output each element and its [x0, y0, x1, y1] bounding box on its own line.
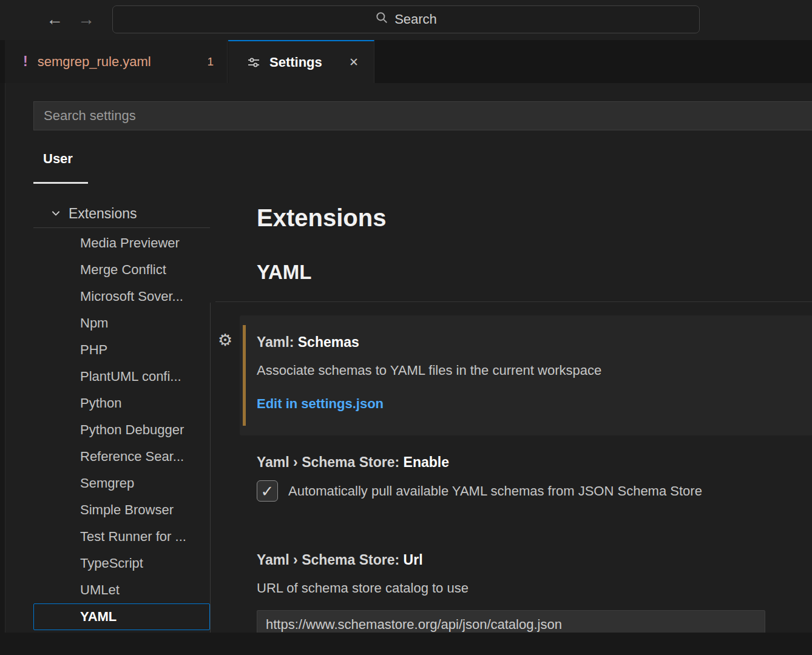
toc-content-divider	[210, 303, 211, 633]
settings-sliders-icon	[246, 55, 261, 70]
problem-icon: !	[23, 53, 28, 70]
tab-user-scope[interactable]: User	[43, 151, 73, 167]
gear-icon[interactable]: ⚙	[218, 331, 232, 349]
toc-item[interactable]: Semgrep	[33, 470, 210, 497]
setting-title-schema-store-url: Yaml › Schema Store: Url	[257, 552, 423, 568]
tab-strip: ! semgrep_rule.yaml 1 Settings ✕	[0, 40, 812, 83]
tab-file-label: semgrep_rule.yaml	[38, 54, 151, 70]
setting-name: Url	[404, 552, 423, 568]
toc-item[interactable]: PHP	[33, 337, 210, 363]
settings-editor: User Extensions Media Previewer Merge Co…	[5, 83, 812, 633]
search-label: Search	[394, 12, 437, 27]
vscode-window: ← → Search ! semgrep_rule.yaml 1 Setting…	[0, 0, 812, 655]
checkmark-icon: ✓	[261, 482, 274, 500]
chevron-down-icon	[33, 206, 69, 222]
toc-item[interactable]: Simple Browser	[33, 497, 210, 523]
toc-item[interactable]: Python Debugger	[33, 417, 210, 443]
setting-category: Yaml:	[257, 334, 298, 350]
tab-file-badge: 1	[198, 55, 214, 69]
section-heading: YAML	[257, 261, 311, 284]
modified-setting-indicator	[243, 325, 246, 426]
content-heading: Extensions	[257, 204, 386, 232]
tab-settings-label: Settings	[269, 55, 322, 70]
toc-item[interactable]: Reference Sear...	[33, 443, 210, 470]
settings-search-input[interactable]	[33, 101, 812, 130]
toc-item[interactable]: TypeScript	[33, 550, 210, 577]
toc-item[interactable]: UMLet	[33, 577, 210, 603]
tab-semgrep-rule-yaml[interactable]: ! semgrep_rule.yaml 1	[5, 40, 228, 83]
schema-store-enable-checkbox[interactable]: ✓	[257, 480, 278, 502]
setting-category: Yaml › Schema Store:	[257, 454, 404, 470]
toc-item[interactable]: Microsoft Sover...	[33, 283, 210, 310]
setting-name: Schemas	[298, 334, 359, 350]
toc-item[interactable]: Test Runner for ...	[33, 523, 210, 550]
tab-settings[interactable]: Settings ✕	[228, 40, 374, 83]
checkbox-label: Automatically pull available YAML schema…	[288, 483, 702, 499]
search-icon	[375, 11, 388, 28]
titlebar: ← → Search	[0, 0, 812, 40]
setting-category: Yaml › Schema Store:	[257, 552, 404, 568]
setting-desc-schema-store-url: URL of schema store catalog to use	[257, 580, 469, 596]
toc-item[interactable]: PlantUML confi...	[33, 363, 210, 390]
toc-item[interactable]: Npm	[33, 310, 210, 337]
scope-tab-underline	[33, 182, 88, 184]
setting-desc-schemas: Associate schemas to YAML files in the c…	[257, 363, 601, 378]
setting-title-schema-store-enable: Yaml › Schema Store: Enable	[257, 454, 449, 471]
forward-icon[interactable]: →	[75, 8, 97, 30]
toc-item[interactable]: Merge Conflict	[33, 257, 210, 283]
toc-list: Media Previewer Merge Conflict Microsoft…	[33, 230, 210, 630]
setting-name: Enable	[404, 454, 449, 470]
edit-in-settings-json-link[interactable]: Edit in settings.json	[257, 396, 384, 412]
toc-root-label: Extensions	[69, 206, 137, 222]
setting-title-schemas: Yaml: Schemas	[257, 334, 359, 351]
back-icon[interactable]: ←	[44, 8, 66, 30]
toc-extensions-root[interactable]: Extensions	[33, 200, 210, 228]
toc-item[interactable]: Media Previewer	[33, 230, 210, 257]
header-divider	[215, 301, 812, 302]
command-center-search[interactable]: Search	[112, 5, 700, 33]
schema-store-url-input[interactable]	[257, 610, 765, 633]
toc-item[interactable]: Python	[33, 390, 210, 417]
toc-item-yaml-selected[interactable]: YAML	[33, 603, 210, 630]
close-icon[interactable]: ✕	[345, 53, 363, 72]
